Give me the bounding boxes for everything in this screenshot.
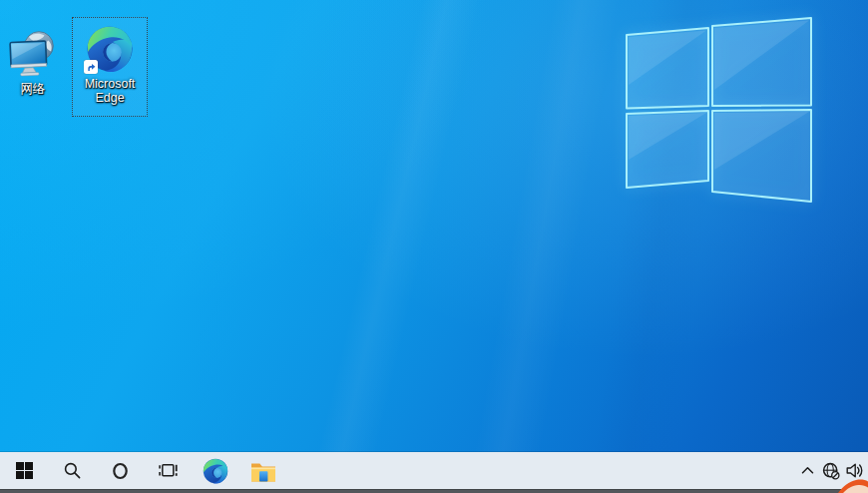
windows-start-icon — [16, 462, 33, 479]
desktop-icon-network[interactable]: 网络 — [2, 30, 64, 96]
chevron-up-icon — [801, 466, 814, 475]
task-view-button[interactable] — [144, 452, 192, 489]
desktop-icon-label: Microsoft Edge — [75, 77, 145, 105]
desktop-surface[interactable]: 网络 Microsoft Edge — [0, 0, 868, 493]
cortana-circle-icon — [112, 462, 129, 480]
edge-taskbar-button[interactable] — [192, 452, 239, 489]
shortcut-arrow-icon — [84, 60, 98, 74]
orange-swoosh-logo — [838, 478, 868, 493]
desktop-icon-label: 网络 — [21, 82, 46, 96]
bottom-border-strip — [0, 489, 868, 493]
search-button[interactable] — [48, 452, 96, 489]
cortana-button[interactable] — [96, 452, 144, 489]
windows-flag-logo — [624, 10, 815, 208]
show-hidden-icons-button[interactable] — [795, 452, 819, 489]
speaker-icon — [846, 463, 865, 478]
network-globe-monitor-icon — [9, 30, 57, 78]
globe-no-internet-icon — [822, 462, 840, 480]
edge-logo-icon — [203, 458, 228, 484]
taskbar — [0, 452, 868, 489]
task-view-icon — [159, 462, 178, 479]
start-button[interactable] — [0, 452, 48, 489]
desktop-icon-microsoft-edge[interactable]: Microsoft Edge — [72, 17, 148, 117]
search-icon — [64, 462, 81, 479]
folder-icon — [250, 459, 276, 483]
file-explorer-button[interactable] — [239, 452, 287, 489]
